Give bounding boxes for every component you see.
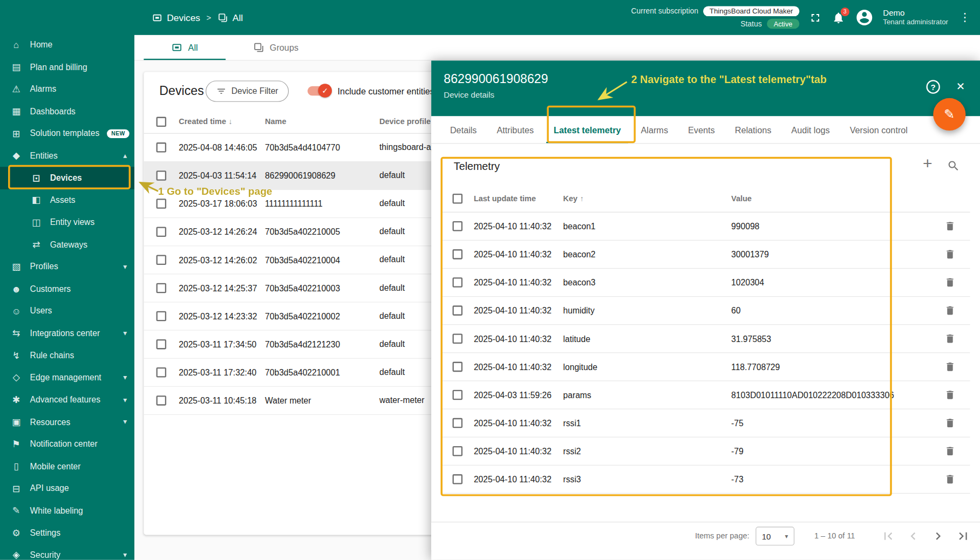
row-checkbox[interactable] (453, 305, 463, 316)
last-page-button[interactable] (955, 528, 971, 544)
chevron-down-icon[interactable]: ▾ (123, 329, 127, 338)
tab-attributes[interactable]: Attributes (487, 116, 544, 143)
sidebar-item-entity-views[interactable]: ◫Entity views (0, 211, 134, 233)
column-key[interactable]: Key↑ (563, 194, 732, 203)
sidebar-item-security[interactable]: ◈Security▾ (0, 544, 134, 560)
delete-button[interactable] (943, 387, 958, 402)
include-customer-entities-toggle[interactable]: ✓ Include customer entities (308, 86, 434, 96)
row-checkbox[interactable] (453, 474, 463, 484)
delete-button[interactable] (943, 331, 958, 346)
row-checkbox[interactable] (453, 333, 463, 344)
telemetry-row[interactable]: 2025-04-10 11:40:32beacon1990098 (441, 213, 970, 241)
help-button[interactable]: ? (926, 80, 940, 93)
row-checkbox[interactable] (156, 170, 167, 181)
row-checkbox[interactable] (453, 446, 463, 456)
notifications-button[interactable]: 3 (832, 11, 845, 24)
sidebar-item-edge-management[interactable]: ◇Edge management▾ (0, 366, 134, 388)
close-icon[interactable]: ✕ (956, 80, 965, 93)
user-info[interactable]: Demo Tenant administrator (883, 9, 948, 26)
sidebar-item-entities[interactable]: ◆Entities▴ (0, 145, 134, 167)
tab-latest-telemetry[interactable]: Latest telemetry (544, 116, 631, 143)
tab-details[interactable]: Details (440, 116, 487, 143)
telemetry-row[interactable]: 2025-04-10 11:40:32rssi2-79 (441, 438, 970, 466)
breadcrumb-devices[interactable]: Devices (152, 12, 200, 23)
telemetry-row[interactable]: 2025-04-10 11:40:32rssi1-75 (441, 409, 970, 438)
row-checkbox[interactable] (453, 277, 463, 288)
row-checkbox[interactable] (453, 362, 463, 372)
fullscreen-button[interactable] (808, 11, 822, 24)
chevron-up-icon[interactable]: ▴ (123, 152, 127, 160)
row-checkbox[interactable] (156, 283, 167, 293)
row-checkbox[interactable] (156, 339, 167, 350)
chevron-down-icon[interactable]: ▾ (123, 395, 127, 404)
sidebar-item-home[interactable]: ⌂Home (0, 34, 134, 56)
delete-button[interactable] (943, 415, 958, 431)
sidebar-item-advanced-features[interactable]: ✱Advanced features▾ (0, 388, 134, 411)
row-checkbox[interactable] (156, 199, 167, 209)
sidebar-item-mobile-center[interactable]: ▯Mobile center (0, 455, 134, 477)
items-per-page-select[interactable]: 10 ▾ (756, 527, 794, 545)
tab-version-control[interactable]: Version control (840, 116, 917, 143)
sidebar-item-rule-chains[interactable]: ↯Rule chains (0, 344, 134, 366)
sidebar-item-devices[interactable]: ⊡Devices (0, 167, 134, 189)
sidebar-item-gateways[interactable]: ⇄Gateways (0, 234, 134, 256)
avatar[interactable] (855, 8, 874, 27)
row-checkbox[interactable] (453, 390, 463, 400)
delete-button[interactable] (943, 443, 958, 459)
delete-button[interactable] (943, 247, 958, 262)
row-checkbox[interactable] (453, 418, 463, 428)
delete-button[interactable] (943, 359, 958, 374)
sidebar-item-solution-templates[interactable]: ⊞Solution templatesNEW (0, 122, 134, 145)
row-checkbox[interactable] (453, 221, 463, 231)
sidebar-item-alarms[interactable]: ⚠Alarms (0, 78, 134, 100)
sidebar-item-api-usage[interactable]: ⊟API usage (0, 477, 134, 500)
previous-page-button[interactable] (905, 528, 921, 544)
row-checkbox[interactable] (156, 395, 167, 406)
telemetry-row[interactable]: 2025-04-10 11:40:32rssi3-73 (441, 466, 970, 494)
first-page-button[interactable] (880, 528, 896, 544)
telemetry-row[interactable]: 2025-04-10 11:40:32humidity60 (441, 297, 970, 325)
telemetry-row[interactable]: 2025-04-10 11:40:32longitude118.7708729 (441, 353, 970, 381)
row-checkbox[interactable] (156, 367, 167, 378)
chevron-down-icon[interactable]: ▾ (123, 262, 127, 271)
telemetry-row[interactable]: 2025-04-03 11:59:26params8103D01011110AD… (441, 381, 970, 409)
chevron-down-icon[interactable]: ▾ (123, 418, 127, 426)
tab-groups[interactable]: Groups (226, 35, 326, 60)
tab-audit-logs[interactable]: Audit logs (781, 116, 840, 143)
sidebar-item-assets[interactable]: ◧Assets (0, 189, 134, 211)
sidebar-item-customers[interactable]: ☻Customers (0, 278, 134, 300)
more-menu-button[interactable]: ⋮ (957, 11, 972, 24)
tab-alarms[interactable]: Alarms (631, 116, 678, 143)
tab-events[interactable]: Events (678, 116, 725, 143)
row-checkbox[interactable] (156, 227, 167, 237)
subscription-plan-badge[interactable]: ThingsBoard Cloud Maker (703, 6, 799, 17)
row-checkbox[interactable] (156, 142, 167, 153)
sidebar-item-profiles[interactable]: ▧Profiles▾ (0, 256, 134, 278)
chevron-down-icon[interactable]: ▾ (123, 551, 127, 559)
sidebar-item-white-labeling[interactable]: ✎White labeling (0, 500, 134, 522)
row-checkbox[interactable] (156, 255, 167, 265)
tab-relations[interactable]: Relations (725, 116, 781, 143)
device-filter-button[interactable]: Device Filter (206, 80, 289, 101)
chevron-down-icon[interactable]: ▾ (123, 373, 127, 382)
next-page-button[interactable] (930, 528, 946, 544)
sidebar-item-resources[interactable]: ▣Resources▾ (0, 411, 134, 433)
column-value[interactable]: Value (731, 194, 942, 203)
column-name[interactable]: Name (265, 117, 379, 126)
sidebar-item-settings[interactable]: ⚙Settings (0, 522, 134, 544)
select-all-checkbox[interactable] (156, 117, 167, 127)
add-telemetry-button[interactable]: + (920, 155, 935, 170)
delete-button[interactable] (943, 275, 958, 290)
sidebar-item-integrations-center[interactable]: ⇆Integrations center▾ (0, 322, 134, 344)
sidebar-item-notification-center[interactable]: ⚑Notification center (0, 433, 134, 455)
column-created-time[interactable]: Created time↓ (179, 117, 265, 126)
edit-fab[interactable]: ✎ (933, 98, 965, 131)
tab-all[interactable]: All (144, 35, 225, 60)
telemetry-row[interactable]: 2025-04-10 11:40:32latitude31.975853 (441, 325, 970, 353)
delete-button[interactable] (943, 303, 958, 318)
row-checkbox[interactable] (156, 311, 167, 322)
sidebar-item-dashboards[interactable]: ▦Dashboards (0, 100, 134, 122)
sidebar-item-users[interactable]: ☺Users (0, 300, 134, 322)
telemetry-row[interactable]: 2025-04-10 11:40:32beacon230001379 (441, 241, 970, 269)
search-button[interactable] (947, 159, 960, 172)
